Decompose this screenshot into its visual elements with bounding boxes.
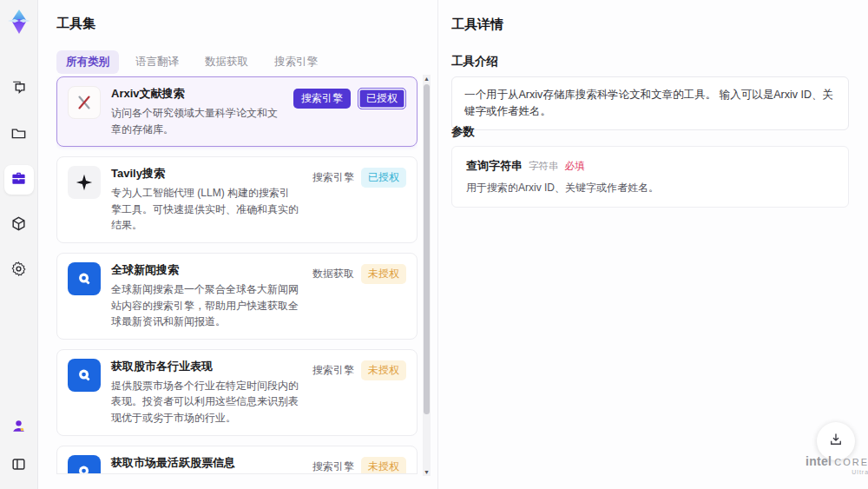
tavily-logo-icon (68, 166, 101, 199)
tab-search-engine[interactable]: 搜索引擎 (265, 50, 327, 74)
global-news-app-icon (68, 262, 101, 295)
auth-status-badge: 已授权 (361, 168, 406, 188)
folder-icon (10, 125, 27, 145)
params-heading: 参数 (451, 124, 475, 140)
param-description: 用于搜索的Arxiv ID、关键字或作者姓名。 (466, 181, 834, 195)
gear-icon (10, 261, 27, 281)
tab-all-categories[interactable]: 所有类别 (56, 50, 119, 74)
tool-card-global-news[interactable]: 全球新闻搜索 全球新闻搜索是一个聚合全球各大新闻网站内容的搜索引擎，帮助用户快速… (56, 253, 418, 340)
briefcase-icon (10, 170, 27, 190)
auth-status-badge: 未授权 (361, 457, 406, 474)
tool-name: 获取股市各行业表现 (111, 359, 299, 374)
left-rail (0, 0, 38, 489)
auth-status-badge: 已授权 (358, 88, 406, 109)
scroll-up-icon[interactable]: ▲ (423, 75, 431, 83)
sidebar-item-files[interactable] (4, 120, 34, 149)
intel-wordmark: intel (806, 455, 832, 467)
tool-description: 提供股票市场各个行业在特定时间段内的表现。投资者可以利用这些信息来识别表现优于或… (111, 378, 299, 426)
chat-icon (10, 80, 27, 100)
sidebar-item-settings[interactable] (4, 255, 34, 285)
tool-card-active-stocks[interactable]: 获取市场最活跃股票信息 提供当天交易量最高的股票列表。投资者可以利用这些信息来识… (56, 446, 418, 474)
category-badge: 数据获取 (312, 267, 354, 281)
tool-card-tavily[interactable]: Tavily搜索 专为人工智能代理 (LLM) 构建的搜索引擎工具。可快速提供实… (56, 156, 418, 243)
tab-data-fetch[interactable]: 数据获取 (195, 50, 258, 74)
sidebar-item-panel-toggle[interactable] (4, 451, 34, 480)
parameter-card: 查询字符串 字符串 必填 用于搜索的Arxiv ID、关键字或作者姓名。 (451, 146, 849, 208)
category-tabs: 所有类别 语言翻译 数据获取 搜索引擎 (56, 50, 327, 74)
core-wordmark: CORE (834, 458, 868, 467)
detail-title: 工具详情 (451, 17, 503, 33)
tab-language-translate[interactable]: 语言翻译 (126, 50, 188, 74)
intro-text-box: 一个用于从Arxiv存储库搜索科学论文和文章的工具。 输入可以是Arxiv ID… (451, 76, 849, 130)
auth-status-badge: 未授权 (361, 360, 406, 380)
panel-toggle-icon (10, 456, 27, 476)
tool-card-list: Arxiv文献搜索 访问各个研究领域大量科学论文和文章的存储库。 搜索引擎 已授… (56, 76, 418, 474)
sidebar-item-tools[interactable] (4, 165, 34, 195)
cube-icon (10, 215, 27, 235)
category-badge: 搜索引擎 (312, 363, 354, 378)
param-required-badge: 必填 (565, 160, 585, 173)
tool-detail-panel: 工具详情 工具介绍 一个用于从Arxiv存储库搜索科学论文和文章的工具。 输入可… (438, 0, 868, 489)
auth-status-badge: 未授权 (361, 264, 406, 284)
page-title: 工具集 (56, 16, 95, 32)
tool-card-stock-sectors[interactable]: 获取股市各行业表现 提供股票市场各个行业在特定时间段内的表现。投资者可以利用这些… (56, 349, 418, 436)
user-avatar-icon (10, 418, 27, 438)
tool-card-arxiv[interactable]: Arxiv文献搜索 访问各个研究领域大量科学论文和文章的存储库。 搜索引擎 已授… (56, 76, 418, 147)
param-type: 字符串 (529, 160, 559, 173)
sidebar-item-chat[interactable] (4, 75, 34, 104)
arxiv-logo-icon (68, 86, 101, 119)
sidebar-item-account[interactable] (4, 413, 34, 442)
tool-name: Arxiv文献搜索 (111, 86, 279, 102)
tool-name: Tavily搜索 (111, 166, 299, 182)
app-logo-icon (4, 7, 34, 36)
download-icon (828, 432, 844, 451)
tool-description: 全球新闻搜索是一个聚合全球各大新闻网站内容的搜索引擎，帮助用户快速获取全球最新资… (111, 281, 299, 330)
scroll-down-icon[interactable]: ▼ (423, 468, 431, 476)
intro-heading: 工具介绍 (451, 54, 498, 69)
category-badge: 搜索引擎 (293, 89, 351, 109)
tool-list-panel: 工具集 所有类别 语言翻译 数据获取 搜索引擎 Arxiv文献搜索 访问各个研究… (38, 0, 437, 489)
tool-description: 专为人工智能代理 (LLM) 构建的搜索引擎工具。可快速提供实时、准确和真实的结… (111, 185, 299, 234)
app-window: 工具集 所有类别 语言翻译 数据获取 搜索引擎 Arxiv文献搜索 访问各个研究… (0, 0, 868, 489)
sidebar-item-packages[interactable] (4, 210, 34, 240)
tool-description: 访问各个研究领域大量科学论文和文章的存储库。 (111, 105, 279, 137)
category-badge: 搜索引擎 (312, 459, 354, 474)
ultra-wordmark: Ultra (806, 469, 868, 475)
stock-app-icon (68, 359, 101, 392)
list-scrollbar[interactable]: ▲ ▼ (423, 75, 431, 476)
tool-name: 全球新闻搜索 (111, 262, 299, 278)
scrollbar-thumb[interactable] (424, 84, 430, 414)
tool-name: 获取市场最活跃股票信息 (111, 455, 299, 471)
category-badge: 搜索引擎 (312, 170, 354, 185)
intel-core-logo: intel CORE Ultra (806, 455, 868, 475)
stock-app-icon (68, 455, 101, 474)
param-name: 查询字符串 (466, 158, 523, 174)
